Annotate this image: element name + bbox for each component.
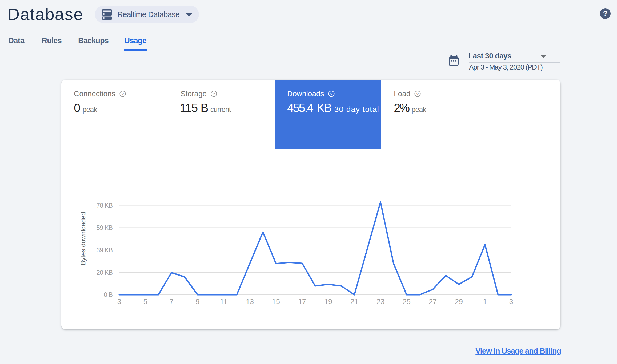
svg-text:29: 29 [455, 298, 463, 306]
svg-text:3: 3 [117, 298, 121, 306]
svg-text:9: 9 [195, 298, 199, 306]
svg-text:17: 17 [298, 298, 306, 306]
svg-text:1: 1 [483, 298, 487, 306]
svg-text:19: 19 [324, 298, 332, 306]
svg-text:78 KB: 78 KB [97, 202, 113, 209]
svg-text:25: 25 [403, 298, 411, 306]
svg-text:5: 5 [143, 298, 147, 306]
svg-text:7: 7 [169, 298, 173, 306]
svg-text:Bytes downloaded: Bytes downloaded [79, 212, 87, 265]
svg-text:15: 15 [272, 298, 280, 306]
svg-text:59 KB: 59 KB [97, 224, 113, 231]
svg-text:20 KB: 20 KB [97, 269, 113, 276]
svg-text:23: 23 [376, 298, 384, 306]
svg-text:39 KB: 39 KB [97, 246, 113, 254]
svg-text:0 B: 0 B [104, 291, 113, 298]
svg-text:27: 27 [429, 298, 437, 306]
svg-text:11: 11 [220, 298, 227, 306]
svg-text:13: 13 [246, 298, 254, 306]
svg-text:21: 21 [350, 298, 358, 306]
svg-text:3: 3 [509, 298, 513, 306]
